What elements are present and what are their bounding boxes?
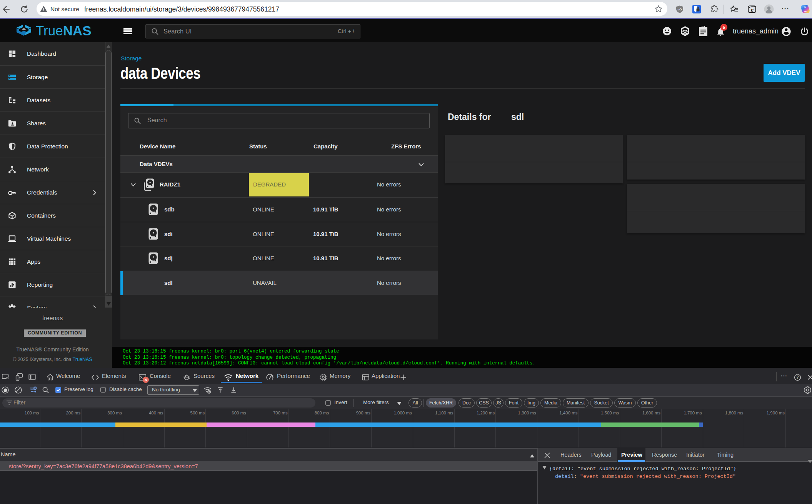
svg-text:uO: uO <box>677 8 682 11</box>
svg-text:e: e <box>751 6 754 13</box>
svg-text:?: ? <box>797 375 799 379</box>
